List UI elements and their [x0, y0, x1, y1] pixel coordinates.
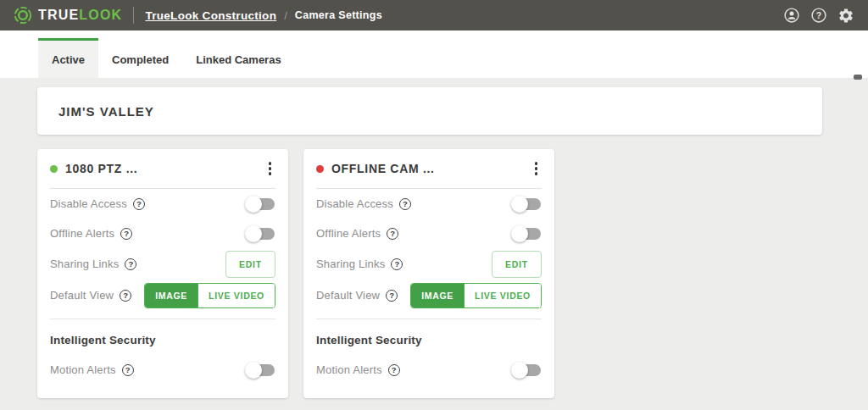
motion-alerts-row: Motion Alerts ? [303, 355, 554, 385]
sharing-links-help-icon[interactable]: ? [125, 258, 136, 270]
status-dot-offline [316, 165, 324, 173]
disable-access-label: Disable Access [316, 197, 393, 210]
account-icon[interactable] [783, 7, 800, 24]
kebab-menu-icon[interactable] [264, 158, 276, 179]
sharing-links-label: Sharing Links [316, 258, 385, 270]
offline-alerts-toggle[interactable] [245, 225, 275, 242]
sharing-links-help-icon[interactable]: ? [391, 258, 403, 270]
offline-alerts-label: Offline Alerts [316, 227, 381, 240]
offline-alerts-help-icon[interactable]: ? [120, 228, 132, 240]
camera-card-header: 1080 PTZ ... [37, 149, 288, 188]
default-view-option-live-video[interactable]: LIVE VIDEO [464, 284, 541, 308]
default-view-segmented-control: IMAGE LIVE VIDEO [410, 283, 542, 308]
default-view-label: Default View [50, 289, 114, 302]
sharing-links-edit-button[interactable]: EDIT [225, 251, 275, 278]
sharing-links-label: Sharing Links [50, 258, 119, 270]
offline-alerts-row: Offline Alerts ? [303, 219, 554, 248]
default-view-option-live-video[interactable]: LIVE VIDEO [198, 284, 275, 308]
sharing-links-row: Sharing Links ? EDIT [37, 248, 288, 280]
camera-title: OFFLINE CAM ... [331, 162, 435, 175]
disable-access-row: Disable Access ? [37, 189, 288, 219]
header-divider [133, 7, 134, 24]
motion-alerts-label: Motion Alerts [50, 363, 116, 376]
intelligent-security-section: Intelligent Security [303, 324, 554, 355]
breadcrumb-account-link[interactable]: TrueLook Construction [145, 9, 276, 22]
default-view-label: Default View [316, 289, 380, 302]
intelligent-security-heading: Intelligent Security [316, 334, 422, 346]
truelook-logo-icon [14, 6, 32, 25]
camera-card-offline-cam: OFFLINE CAM ... Disable Access ? Offline… [303, 149, 554, 398]
scrollbar-thumb[interactable] [854, 75, 862, 80]
content-area: JIM'S VALLEY 1080 PTZ ... Disable Access… [0, 78, 868, 410]
breadcrumb-current-page: Camera Settings [295, 9, 382, 21]
default-view-option-image[interactable]: IMAGE [411, 284, 464, 308]
motion-alerts-label: Motion Alerts [316, 363, 382, 376]
offline-alerts-toggle[interactable] [511, 225, 542, 242]
gear-icon[interactable] [837, 7, 854, 24]
intelligent-security-heading: Intelligent Security [50, 334, 156, 346]
default-view-segmented-control: IMAGE LIVE VIDEO [144, 283, 275, 308]
truelook-logo[interactable]: TRUELOOK [14, 6, 122, 25]
tab-active[interactable]: Active [38, 38, 98, 78]
tab-completed[interactable]: Completed [98, 38, 182, 78]
motion-alerts-help-icon[interactable]: ? [388, 364, 400, 376]
tab-linked-cameras[interactable]: Linked Cameras [182, 38, 294, 78]
kebab-menu-icon[interactable] [531, 158, 542, 179]
card-divider [50, 319, 275, 319]
breadcrumb-separator: / [284, 9, 287, 22]
disable-access-label: Disable Access [50, 197, 127, 210]
project-header-card: JIM'S VALLEY [37, 87, 822, 135]
status-dot-online [50, 165, 58, 173]
default-view-option-image[interactable]: IMAGE [145, 284, 198, 308]
sharing-links-edit-button[interactable]: EDIT [492, 251, 542, 278]
disable-access-help-icon[interactable]: ? [399, 198, 411, 210]
disable-access-help-icon[interactable]: ? [133, 198, 145, 210]
camera-card-1080-ptz: 1080 PTZ ... Disable Access ? Offline Al… [37, 149, 288, 398]
brand-wordmark: TRUELOOK [38, 8, 122, 23]
camera-card-header: OFFLINE CAM ... [303, 149, 554, 188]
header-actions: ? [783, 7, 854, 24]
top-bar: TRUELOOK TrueLook Construction / Camera … [0, 0, 868, 30]
offline-alerts-label: Offline Alerts [50, 227, 114, 240]
default-view-row: Default View ? IMAGE LIVE VIDEO [37, 280, 288, 311]
intelligent-security-section: Intelligent Security [37, 324, 288, 355]
motion-alerts-help-icon[interactable]: ? [122, 364, 134, 376]
default-view-row: Default View ? IMAGE LIVE VIDEO [303, 280, 554, 311]
offline-alerts-row: Offline Alerts ? [37, 219, 288, 248]
default-view-help-icon[interactable]: ? [386, 290, 398, 302]
motion-alerts-toggle[interactable] [511, 362, 542, 379]
camera-cards-row: 1080 PTZ ... Disable Access ? Offline Al… [37, 149, 868, 398]
disable-access-toggle[interactable] [511, 196, 542, 213]
settings-tab-bar: Active Completed Linked Cameras [0, 30, 868, 78]
default-view-help-icon[interactable]: ? [120, 290, 131, 302]
project-name: JIM'S VALLEY [58, 104, 154, 119]
camera-title: 1080 PTZ ... [65, 162, 137, 175]
motion-alerts-row: Motion Alerts ? [37, 355, 288, 385]
svg-text:?: ? [816, 11, 821, 20]
disable-access-toggle[interactable] [245, 196, 275, 213]
motion-alerts-toggle[interactable] [245, 362, 275, 379]
card-divider [316, 319, 542, 319]
sharing-links-row: Sharing Links ? EDIT [303, 248, 554, 280]
help-icon[interactable]: ? [810, 7, 827, 24]
disable-access-row: Disable Access ? [303, 189, 554, 219]
offline-alerts-help-icon[interactable]: ? [387, 228, 398, 240]
